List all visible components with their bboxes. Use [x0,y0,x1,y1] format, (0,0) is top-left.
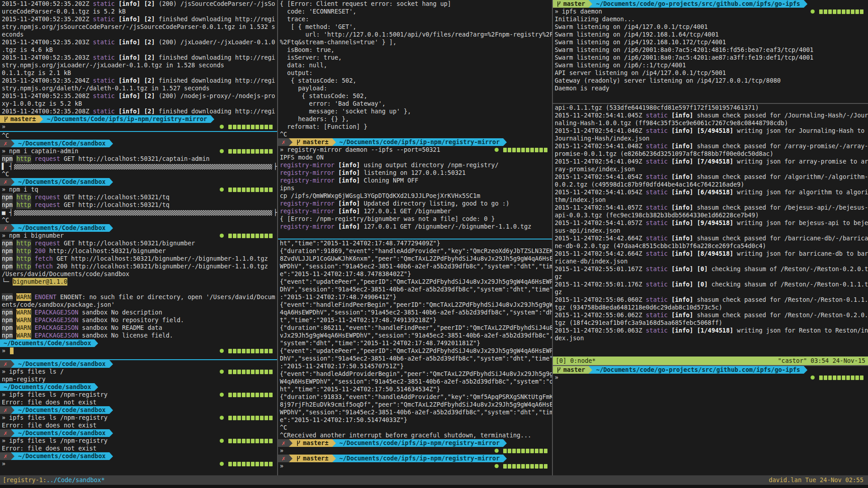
terminal-text: writing json for Journaling-Hash to [733,127,864,135]
pane-ipfs-daemon[interactable]: master~/Documents/code/go-projects/src/g… [553,0,868,103]
terminal-text: 2015-11-24T02:54:41.049Z [555,158,646,165]
current-window-label[interactable]: ../Code/sandbox* [47,477,105,483]
terminal-text: static [646,219,668,227]
indicator-block [233,439,236,443]
indicator-block [233,462,236,466]
terminal-line: {"event":"handleFindPeerBegin","peerID":… [278,301,552,309]
background-job-indicator [811,9,863,14]
indicator-block [530,449,534,453]
terminal-text: message: 'socket hang up' }, [280,108,411,115]
terminal-line: api-0.1.1.tgz (533dfe6441980cfd81e597f17… [553,104,868,112]
terminal-text: » ipfs files ls /npm-registry [2,437,108,445]
progress-dither-bar [14,164,272,169]
terminal-text [335,177,338,184]
terminal-text [13,263,16,270]
exit-status-segment: ✗ [278,138,289,146]
job-dot-icon [811,375,815,380]
indicator-block [508,464,511,469]
pane-empty-shell[interactable]: master~/Documents/code/go-projects/src/g… [553,366,868,475]
background-job-indicator [220,462,273,466]
pane-remote-static-log[interactable]: api-0.1.1.tgz (533dfe6441980cfd81e597f17… [553,104,868,365]
indicator-block [517,148,520,152]
indicator-block [242,188,245,192]
terminal-text [693,327,697,334]
terminal-text: [info] [118,108,140,115]
indicator-block [246,149,250,154]
terminal-line: { statusCode: 502, [278,92,552,100]
terminal-text [115,0,118,8]
terminal-line: npm http request GET http://localhost:50… [0,155,277,163]
terminal-cursor[interactable] [10,347,14,354]
terminal-text: » [555,374,558,381]
terminal-text [693,219,697,227]
terminal-text: xy-1.0.0.tgz is 5.2 kB [2,100,82,108]
shell-prompt-bar: ✗master±~/Documents/code/ipfs/ip-npm/reg… [278,455,552,462]
cwd-segment-label: ~/Documents/Code/sandbox [4,339,91,347]
terminal-text: .tgz is 4.6 kB [2,46,53,54]
powerline-arrow-icon [289,455,292,462]
terminal-text: static [646,327,668,334]
terminal-text: [info] [118,38,140,46]
indicator-block [242,149,245,154]
job-dot-icon [220,370,224,374]
terminal-line: 2015-11-24T02:54:41.054Z static [info] s… [553,173,868,181]
terminal-text: shasum check passed for /algorithm/-/alg… [693,173,868,181]
indicator-block [837,9,841,14]
pane-npm-install[interactable]: ^C✗~/Documents/Code/sandbox» npm i capta… [0,132,277,359]
terminal-text: 2015-11-24T02:54:41.046Z [555,127,646,135]
powerline-arrow-icon [11,360,14,368]
git-branch-icon [296,440,301,446]
pane-npm-static-log[interactable]: 2015-11-24T00:52:35.202Z static [info] [… [0,0,277,131]
terminal-text [335,223,338,230]
shell-prompt-bar: ✗~/Documents/code/sandbox [0,360,277,368]
terminal-text: static [93,77,115,84]
terminal-text: reformat: [Function] } [280,123,367,131]
indicator-block [544,148,547,152]
terminal-line: 2015-11-24T02:55:01.167Z static [info] [… [553,265,868,273]
indicator-block [242,349,245,353]
terminal-text [140,0,144,8]
terminal-text: 2015-11-24T00:52:35.203Z [2,38,93,46]
terminal-text: [2] [144,92,155,100]
powerline-arrow-icon [39,115,43,123]
cwd-segment-label: ~/Documents/code/go-projects/src/github.… [596,0,800,8]
nested-session-window[interactable]: [0] 0:node* [556,357,596,364]
terminal-text: npm [2,193,13,201]
nested-tmux-status-bar[interactable]: [0] 0:node* "castor" 03:54 24-Nov-15 [553,357,868,365]
terminal-line: 8ZvdVLJJLP1CoGUwKJhK6nxm","peer":"QmcTAx… [278,255,552,263]
terminal-text: » ipfs files ls /npm-registry [2,391,108,399]
terminal-line: dex.json [553,334,868,342]
terminal-line: vJx29Jh5g9gW4qA6HsEWPDhV","session":"91a… [278,332,552,339]
terminal-text: checking shasum of /Reston/-/Reston-0.1.… [708,281,868,288]
pane-ipfs-files[interactable]: ✗~/Documents/code/sandbox» ipfs files ls… [0,360,277,475]
indicator-block [260,125,264,129]
cwd-segment-label: ~/Documents/code/sandbox [18,406,105,414]
terminal-text [140,54,144,61]
indicator-block [260,188,264,192]
terminal-line: 8j97rjFh2EuDVk9cmif5oqDf","peer":"QmcTAx… [278,401,552,408]
pane-dht-event-log[interactable]: ht","time":"2015-11-24T02:17:48.74772940… [278,239,552,475]
terminal-line: stry.npmjs.org/daleth/-/daleth-0.1.1.tgz… [0,84,277,92]
pane-registry-mirror-daemon[interactable]: { [Error: Client request error: socket h… [278,0,552,239]
powerline-arrow-icon [109,406,113,414]
terminal-text: [info] [671,265,693,273]
terminal-line: {"event":"handleAddProviderBegin","peer"… [278,370,552,378]
indicator-block [233,393,236,397]
terminal-text: [8/494518] [697,250,733,258]
shell-prompt-bar: master~/Documents/code/go-projects/src/g… [553,366,868,374]
exit-status-segment-label: ✗ [4,224,7,232]
terminal-text: tgz (18f4c291eaf1b0fc3a9a168d5aa685febc5… [555,319,722,327]
indicator-block [251,393,255,397]
terminal-text: 127.0.0.1 GET /bignumber [360,207,451,215]
indicator-block [269,439,273,443]
terminal-text: npm [2,263,13,270]
terminal-line: IPFS mode ON [278,154,552,161]
terminal-text: [info] [671,311,693,319]
exit-status-segment: ✗ [278,439,289,447]
terminal-text: request [35,155,60,163]
cwd-segment-label: ~/Documents/code/go-projects/src/github.… [596,366,800,374]
terminal-line: e":"2015-11-24T02:17:50.51474033Z"} [278,416,552,424]
session-name[interactable]: [registry-1: [3,477,47,483]
terminal-text: sus-api/index.json [555,227,620,235]
terminal-text: [info] [671,188,693,196]
